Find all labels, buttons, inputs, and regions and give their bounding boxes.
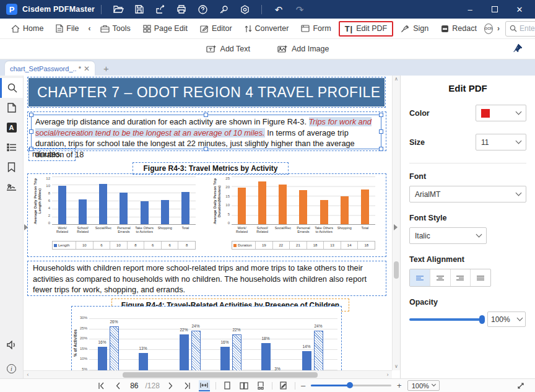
sidebar-thumbnails-button[interactable] — [0, 98, 23, 118]
tab-redact[interactable]: Redact — [436, 22, 482, 35]
share-icon[interactable] — [152, 2, 168, 16]
opacity-slider-thumb[interactable] — [479, 315, 485, 324]
fullscreen-button[interactable] — [515, 380, 526, 391]
save-icon[interactable] — [131, 2, 147, 16]
zoom-level-dropdown[interactable]: 100% — [407, 380, 440, 391]
horizontal-scroll-thumb[interactable] — [123, 372, 318, 378]
paragraph-1-tail[interactable]: minutes. — [28, 148, 76, 161]
paragraph-2[interactable]: Households with children report more sch… — [27, 261, 386, 296]
bar — [341, 196, 349, 224]
resize-handle[interactable] — [379, 129, 383, 134]
info-icon: i — [7, 364, 16, 373]
fit-width-button[interactable] — [199, 380, 210, 391]
trip-length-chart[interactable]: Average Daily Person Trip Length (Miles)… — [33, 176, 206, 250]
document-viewport[interactable]: CHAPTER 7 – ODOT REGION 4 TRAVEL PROFILE… — [24, 76, 400, 378]
paragraph-1-selected[interactable]: Average trip distance and duration for e… — [31, 115, 381, 149]
continuous-view-button[interactable] — [255, 380, 266, 391]
tab-tools[interactable]: Tools — [95, 22, 136, 35]
bar-solid — [139, 353, 148, 370]
align-center-button[interactable] — [430, 269, 451, 286]
panel-collapse-handle[interactable] — [394, 224, 398, 230]
bar-solid — [180, 334, 189, 370]
ocr-icon[interactable]: OCR — [484, 24, 493, 34]
page-properties-button[interactable] — [278, 380, 289, 391]
color-dropdown[interactable] — [476, 105, 526, 121]
sidebar-annotations-button[interactable]: A — [0, 118, 23, 137]
resize-handle[interactable] — [379, 147, 383, 151]
chart-data-table: Duration19222118131418 — [232, 241, 375, 250]
next-page-button[interactable] — [165, 380, 176, 391]
info-button[interactable]: i — [0, 359, 23, 378]
more-tools-icon[interactable]: › — [495, 23, 502, 34]
print-icon[interactable] — [173, 2, 189, 16]
resize-handle[interactable] — [29, 129, 33, 134]
tab-file[interactable]: File — [51, 22, 84, 35]
new-tab-button[interactable]: + — [103, 63, 109, 74]
opacity-slider[interactable] — [409, 318, 482, 321]
minimize-button[interactable]: – — [466, 5, 474, 14]
read-aloud-button[interactable] — [0, 335, 23, 355]
current-page-number[interactable]: 86 — [129, 381, 139, 390]
zoom-slider-thumb[interactable] — [347, 382, 353, 388]
sidebar-outline-button[interactable] — [0, 137, 23, 157]
tab-page-edit[interactable]: Page Edit — [138, 22, 193, 35]
resize-handle[interactable] — [29, 113, 33, 117]
document-tab[interactable]: chart_SetPassword_... * ✕ — [5, 61, 95, 76]
resize-handle[interactable] — [204, 113, 208, 117]
redo-icon[interactable]: ↷ — [292, 2, 308, 16]
scroll-right-icon[interactable]: › — [383, 372, 392, 378]
opacity-dropdown[interactable]: 100% — [487, 311, 526, 327]
horizontal-scrollbar[interactable]: ‹ › — [24, 370, 392, 378]
previous-page-button[interactable] — [112, 380, 123, 391]
tab-edit-pdf[interactable]: T|Edit PDF — [339, 21, 394, 37]
trip-duration-chart[interactable]: Average Daily Person Trip Duration(Minut… — [213, 176, 385, 250]
zoom-out-button[interactable]: – — [301, 381, 305, 390]
font-dropdown[interactable]: ArialMT — [409, 186, 526, 203]
zoom-slider[interactable] — [311, 385, 391, 386]
vertical-scrollbar[interactable]: ∧ ∨ — [392, 76, 400, 370]
resize-handle[interactable] — [204, 147, 208, 151]
add-text-icon — [206, 45, 217, 54]
align-left-button[interactable] — [410, 269, 430, 286]
tab-editor[interactable]: Editor — [195, 22, 237, 35]
size-dropdown[interactable]: 11 — [476, 134, 526, 150]
sidebar-signature-button[interactable] — [0, 177, 23, 197]
tab-close-icon[interactable]: ✕ — [84, 64, 90, 73]
single-page-view-button[interactable] — [222, 380, 233, 391]
tab-home[interactable]: Home — [6, 22, 48, 35]
undo-icon[interactable]: ↶ — [271, 2, 287, 16]
maximize-button[interactable] — [490, 5, 499, 14]
open-file-icon[interactable] — [110, 2, 126, 16]
sidebar-expand-handle[interactable] — [24, 224, 28, 230]
vertical-scroll-thumb[interactable] — [394, 261, 399, 279]
password-key-icon[interactable] — [215, 2, 232, 16]
align-justify-button[interactable] — [471, 269, 490, 286]
add-image-button[interactable]: Add Image — [277, 45, 329, 54]
figure-r4-4-chart-region[interactable]: % of Activities30%25%20%15%10%5%16%26%13… — [71, 306, 342, 370]
align-right-button[interactable] — [451, 269, 471, 286]
settings-icon[interactable] — [237, 2, 253, 16]
last-page-button[interactable] — [182, 380, 193, 391]
scroll-left-icon[interactable]: ‹ — [24, 372, 32, 378]
tab-converter[interactable]: Converter — [240, 22, 294, 35]
figure-r4-3-caption[interactable]: Figure R4-3: Travel Metrics by Activity — [133, 162, 289, 175]
pin-icon[interactable] — [513, 43, 523, 54]
sidebar-search-button[interactable] — [0, 78, 23, 98]
scroll-up-icon[interactable]: ∧ — [393, 76, 400, 82]
search-input[interactable] — [520, 24, 535, 33]
two-page-view-button[interactable] — [238, 380, 250, 391]
first-page-button[interactable] — [95, 380, 107, 391]
add-text-button[interactable]: Add Text — [206, 45, 250, 54]
tab-sign[interactable]: Sign — [396, 22, 433, 35]
collapse-left-icon[interactable]: ‹ — [87, 23, 93, 34]
activities-by-children-chart[interactable]: % of Activities30%25%20%15%10%5%16%26%13… — [72, 307, 341, 370]
chapter-heading[interactable]: CHAPTER 7 – ODOT REGION 4 TRAVEL PROFILE — [28, 78, 385, 107]
close-button[interactable]: ✕ — [515, 5, 524, 14]
sidebar-bookmark-button[interactable] — [0, 157, 23, 177]
scroll-down-icon[interactable]: ∨ — [393, 364, 400, 370]
resize-handle[interactable] — [379, 113, 383, 117]
tab-form[interactable]: Form — [296, 22, 336, 35]
help-icon[interactable] — [194, 2, 211, 16]
zoom-in-button[interactable]: + — [397, 381, 402, 390]
font-style-dropdown[interactable]: Italic — [409, 227, 487, 244]
